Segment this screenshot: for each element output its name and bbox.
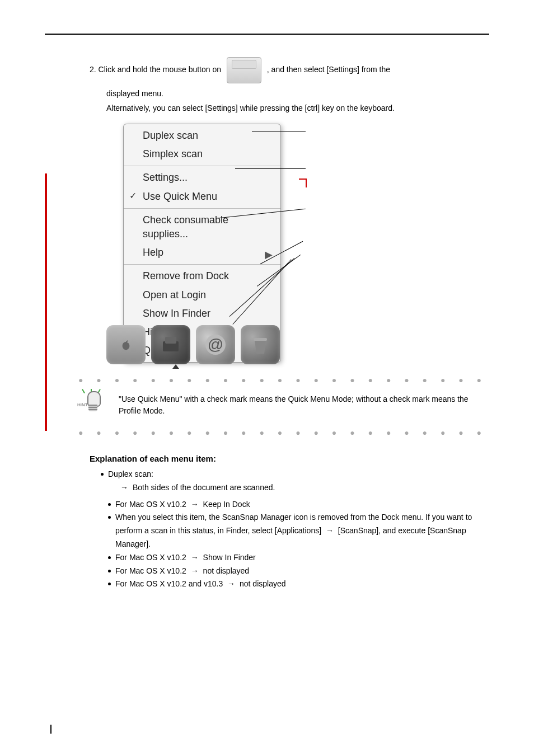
apple-icon xyxy=(116,335,135,354)
red-callout-mark xyxy=(299,179,307,187)
arrow-icon: → xyxy=(118,481,130,495)
dock-item-trash[interactable] xyxy=(241,325,280,364)
sub-text: Keep In Dock xyxy=(203,500,250,509)
bullet-icon xyxy=(108,570,111,572)
menu-item-open-login[interactable]: Open at Login xyxy=(124,286,280,304)
menu-item-show-finder[interactable]: Show In Finder xyxy=(124,304,280,323)
sub-text: For Mac OS X v10.2 xyxy=(115,553,189,562)
instruction-line: 2. Click and hold the mouse button on , … xyxy=(90,57,489,83)
menu-expl-text: Both sides of the document are scanned. xyxy=(133,483,275,492)
menu-item-check-supplies[interactable]: Check consumable supplies... xyxy=(124,211,280,243)
dots-divider-top: ● ● ● ● ● ● ● ● ● ● ● ● ● ● ● ● ● ● ● ● … xyxy=(78,375,489,384)
bullet-icon xyxy=(108,503,111,506)
leader-line xyxy=(252,132,306,132)
menu-separator xyxy=(124,208,280,209)
sub-instruction-1: displayed menu. xyxy=(106,89,489,98)
menu-item-help-label: Help xyxy=(143,247,163,258)
sub-text: For Mac OS X v10.2 xyxy=(115,500,189,509)
svg-rect-1 xyxy=(165,337,176,344)
menu-item-settings[interactable]: Settings... xyxy=(124,168,280,187)
dock-item-scansnap[interactable] xyxy=(151,325,190,364)
hint-text: "Use Quick Menu" with a check mark means… xyxy=(119,393,489,417)
arrow-icon: → xyxy=(324,524,336,538)
sub-instruction-2: Alternatively, you can select [Settings]… xyxy=(106,104,489,112)
leader-line xyxy=(235,168,306,169)
arrow-icon: → xyxy=(189,565,201,578)
sub-text: For Mac OS X v10.2 and v10.3 xyxy=(115,579,225,588)
menu-separator xyxy=(124,166,280,166)
hint-block: HINT "Use Quick Menu" with a check mark … xyxy=(78,390,489,420)
svg-text:@: @ xyxy=(208,336,223,353)
menu-item-simplex[interactable]: Simplex scan xyxy=(124,145,280,163)
instruction-suffix: , and then select [Settings] from the xyxy=(267,65,390,74)
arrow-icon: → xyxy=(189,551,201,565)
dock-active-indicator xyxy=(172,364,179,369)
menu-item-duplex[interactable]: Duplex scan xyxy=(124,126,280,145)
scanner-icon xyxy=(160,334,182,356)
dock-item-apple[interactable] xyxy=(106,325,146,364)
bullet-icon xyxy=(108,516,111,519)
hint-label: HINT xyxy=(77,402,88,407)
menu-expl-line: → Both sides of the document are scanned… xyxy=(118,481,489,495)
hint-bulb-icon: HINT xyxy=(78,390,109,420)
sub-text: Show In Finder xyxy=(203,553,256,562)
dots-divider-bottom: ● ● ● ● ● ● ● ● ● ● ● ● ● ● ● ● ● ● ● ● … xyxy=(78,428,489,437)
menu-screenshot: Duplex scan Simplex scan Settings... Use… xyxy=(106,124,308,364)
sub-text: not displayed xyxy=(203,566,250,575)
bullet-icon xyxy=(108,556,111,559)
menu-item-help[interactable]: Help ▶ xyxy=(124,243,280,262)
arrow-icon: → xyxy=(189,498,201,511)
dock-item-mail[interactable]: @ xyxy=(196,325,235,364)
bullet-icon xyxy=(101,473,104,476)
dock: @ xyxy=(106,325,280,364)
menu-items-explanations: Duplex scan: → Both sides of the documen… xyxy=(101,468,489,591)
at-icon: @ xyxy=(204,333,227,356)
sub-text: not displayed xyxy=(240,579,286,588)
instruction-prefix: 2. Click and hold the mouse button on xyxy=(90,65,223,74)
svg-rect-4 xyxy=(254,338,267,341)
bullet-icon xyxy=(108,583,111,585)
sub-text: For Mac OS X v10.2 xyxy=(115,566,189,575)
explanation-heading: Explanation of each menu item: xyxy=(90,454,489,463)
menu-item-use-quick-menu[interactable]: Use Quick Menu xyxy=(124,187,280,206)
trash-icon xyxy=(249,334,271,356)
arrow-icon: → xyxy=(225,577,237,591)
footer-bar xyxy=(50,724,57,734)
menu-item-remove-dock[interactable]: Remove from Dock xyxy=(124,267,280,285)
menu-separator xyxy=(124,264,280,265)
scansnap-manager-icon xyxy=(227,57,261,83)
menu-expl-title: Duplex scan: xyxy=(108,468,489,481)
red-margin-bar xyxy=(45,173,47,431)
